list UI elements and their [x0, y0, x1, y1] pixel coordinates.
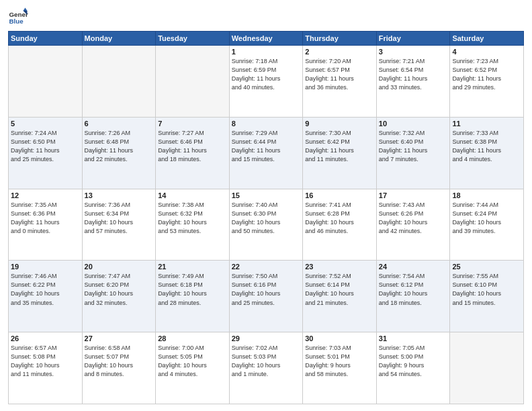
- weekday-header-wednesday: Wednesday: [229, 32, 303, 46]
- calendar-cell: 23Sunrise: 7:52 AM Sunset: 6:14 PM Dayli…: [303, 261, 377, 332]
- day-info: Sunrise: 7:33 AM Sunset: 6:38 PM Dayligh…: [452, 129, 521, 164]
- calendar-cell: 14Sunrise: 7:38 AM Sunset: 6:32 PM Dayli…: [156, 189, 230, 261]
- day-number: 10: [379, 120, 448, 128]
- weekday-header-sunday: Sunday: [9, 32, 83, 46]
- svg-marker-2: [24, 8, 28, 11]
- day-info: Sunrise: 7:41 AM Sunset: 6:28 PM Dayligh…: [305, 201, 374, 236]
- day-info: Sunrise: 7:43 AM Sunset: 6:26 PM Dayligh…: [379, 201, 448, 236]
- day-number: 28: [158, 334, 227, 342]
- calendar-cell: [9, 46, 83, 118]
- day-number: 11: [452, 120, 521, 128]
- calendar-cell: 26Sunrise: 6:57 AM Sunset: 5:08 PM Dayli…: [9, 332, 83, 404]
- day-info: Sunrise: 6:58 AM Sunset: 5:07 PM Dayligh…: [85, 344, 154, 379]
- day-number: 22: [232, 263, 301, 271]
- calendar-cell: 30Sunrise: 7:03 AM Sunset: 5:01 PM Dayli…: [303, 332, 377, 404]
- day-number: 25: [452, 263, 521, 271]
- day-info: Sunrise: 7:40 AM Sunset: 6:30 PM Dayligh…: [232, 201, 301, 236]
- day-number: 9: [305, 120, 374, 128]
- calendar-cell: 21Sunrise: 7:49 AM Sunset: 6:18 PM Dayli…: [156, 261, 230, 332]
- day-info: Sunrise: 7:23 AM Sunset: 6:52 PM Dayligh…: [452, 57, 521, 92]
- day-info: Sunrise: 7:52 AM Sunset: 6:14 PM Dayligh…: [305, 272, 374, 307]
- day-info: Sunrise: 7:44 AM Sunset: 6:24 PM Dayligh…: [452, 201, 521, 236]
- day-info: Sunrise: 7:02 AM Sunset: 5:03 PM Dayligh…: [232, 344, 301, 379]
- calendar-cell: 8Sunrise: 7:29 AM Sunset: 6:44 PM Daylig…: [229, 117, 303, 189]
- calendar-cell: 1Sunrise: 7:18 AM Sunset: 6:59 PM Daylig…: [229, 46, 303, 118]
- day-number: 3: [379, 48, 448, 56]
- calendar-cell: 7Sunrise: 7:27 AM Sunset: 6:46 PM Daylig…: [156, 117, 230, 189]
- day-number: 23: [305, 263, 374, 271]
- header: General Blue: [8, 7, 524, 27]
- calendar-cell: 27Sunrise: 6:58 AM Sunset: 5:07 PM Dayli…: [82, 332, 156, 404]
- day-info: Sunrise: 7:29 AM Sunset: 6:44 PM Dayligh…: [232, 129, 301, 164]
- day-number: 15: [232, 191, 301, 199]
- day-number: 30: [305, 334, 374, 342]
- day-info: Sunrise: 7:30 AM Sunset: 6:42 PM Dayligh…: [305, 129, 374, 164]
- day-info: Sunrise: 7:46 AM Sunset: 6:22 PM Dayligh…: [11, 272, 80, 307]
- calendar-cell: 6Sunrise: 7:26 AM Sunset: 6:48 PM Daylig…: [82, 117, 156, 189]
- day-number: 4: [452, 48, 521, 56]
- day-info: Sunrise: 7:49 AM Sunset: 6:18 PM Dayligh…: [158, 272, 227, 307]
- day-info: Sunrise: 7:32 AM Sunset: 6:40 PM Dayligh…: [379, 129, 448, 164]
- day-number: 2: [305, 48, 374, 56]
- calendar-cell: [156, 46, 230, 118]
- day-info: Sunrise: 7:55 AM Sunset: 6:10 PM Dayligh…: [452, 272, 521, 307]
- day-number: 14: [158, 191, 227, 199]
- logo-icon: General Blue: [8, 7, 28, 27]
- calendar-cell: 19Sunrise: 7:46 AM Sunset: 6:22 PM Dayli…: [9, 261, 83, 332]
- day-info: Sunrise: 7:24 AM Sunset: 6:50 PM Dayligh…: [11, 129, 80, 164]
- day-info: Sunrise: 7:21 AM Sunset: 6:54 PM Dayligh…: [379, 57, 448, 92]
- day-info: Sunrise: 7:03 AM Sunset: 5:01 PM Dayligh…: [305, 344, 374, 379]
- day-number: 13: [85, 191, 154, 199]
- day-number: 18: [452, 191, 521, 199]
- svg-text:Blue: Blue: [9, 17, 24, 25]
- day-number: 27: [85, 334, 154, 342]
- calendar-cell: 4Sunrise: 7:23 AM Sunset: 6:52 PM Daylig…: [450, 46, 524, 118]
- day-info: Sunrise: 7:54 AM Sunset: 6:12 PM Dayligh…: [379, 272, 448, 307]
- day-number: 7: [158, 120, 227, 128]
- calendar-cell: 17Sunrise: 7:43 AM Sunset: 6:26 PM Dayli…: [376, 189, 450, 261]
- calendar-cell: 13Sunrise: 7:36 AM Sunset: 6:34 PM Dayli…: [82, 189, 156, 261]
- day-number: 1: [232, 48, 301, 56]
- day-number: 31: [379, 334, 448, 342]
- weekday-header-thursday: Thursday: [303, 32, 377, 46]
- calendar-cell: [82, 46, 156, 118]
- day-info: Sunrise: 7:18 AM Sunset: 6:59 PM Dayligh…: [232, 57, 301, 92]
- day-number: 19: [11, 263, 80, 271]
- day-number: 17: [379, 191, 448, 199]
- calendar-cell: [450, 332, 524, 404]
- day-info: Sunrise: 6:57 AM Sunset: 5:08 PM Dayligh…: [11, 344, 80, 379]
- day-number: 20: [85, 263, 154, 271]
- day-number: 6: [85, 120, 154, 128]
- weekday-header-friday: Friday: [376, 32, 450, 46]
- day-info: Sunrise: 7:47 AM Sunset: 6:20 PM Dayligh…: [85, 272, 154, 307]
- calendar-cell: 15Sunrise: 7:40 AM Sunset: 6:30 PM Dayli…: [229, 189, 303, 261]
- calendar-cell: 9Sunrise: 7:30 AM Sunset: 6:42 PM Daylig…: [303, 117, 377, 189]
- calendar-cell: 16Sunrise: 7:41 AM Sunset: 6:28 PM Dayli…: [303, 189, 377, 261]
- calendar-cell: 28Sunrise: 7:00 AM Sunset: 5:05 PM Dayli…: [156, 332, 230, 404]
- day-number: 12: [11, 191, 80, 199]
- calendar-cell: 10Sunrise: 7:32 AM Sunset: 6:40 PM Dayli…: [376, 117, 450, 189]
- day-number: 5: [11, 120, 80, 128]
- calendar-cell: 18Sunrise: 7:44 AM Sunset: 6:24 PM Dayli…: [450, 189, 524, 261]
- calendar-cell: 12Sunrise: 7:35 AM Sunset: 6:36 PM Dayli…: [9, 189, 83, 261]
- calendar-container: General Blue SundayMondayTuesdayWednesda…: [0, 0, 532, 411]
- weekday-header-tuesday: Tuesday: [156, 32, 230, 46]
- logo: General Blue: [8, 7, 28, 27]
- day-number: 16: [305, 191, 374, 199]
- weekday-header-monday: Monday: [82, 32, 156, 46]
- day-info: Sunrise: 7:50 AM Sunset: 6:16 PM Dayligh…: [232, 272, 301, 307]
- day-number: 8: [232, 120, 301, 128]
- day-info: Sunrise: 7:05 AM Sunset: 5:00 PM Dayligh…: [379, 344, 448, 379]
- day-info: Sunrise: 7:27 AM Sunset: 6:46 PM Dayligh…: [158, 129, 227, 164]
- calendar-table: SundayMondayTuesdayWednesdayThursdayFrid…: [8, 31, 524, 404]
- calendar-cell: 20Sunrise: 7:47 AM Sunset: 6:20 PM Dayli…: [82, 261, 156, 332]
- calendar-cell: 31Sunrise: 7:05 AM Sunset: 5:00 PM Dayli…: [376, 332, 450, 404]
- day-number: 24: [379, 263, 448, 271]
- day-number: 21: [158, 263, 227, 271]
- calendar-cell: 5Sunrise: 7:24 AM Sunset: 6:50 PM Daylig…: [9, 117, 83, 189]
- calendar-cell: 3Sunrise: 7:21 AM Sunset: 6:54 PM Daylig…: [376, 46, 450, 118]
- calendar-cell: 11Sunrise: 7:33 AM Sunset: 6:38 PM Dayli…: [450, 117, 524, 189]
- calendar-cell: 24Sunrise: 7:54 AM Sunset: 6:12 PM Dayli…: [376, 261, 450, 332]
- calendar-cell: 25Sunrise: 7:55 AM Sunset: 6:10 PM Dayli…: [450, 261, 524, 332]
- day-number: 26: [11, 334, 80, 342]
